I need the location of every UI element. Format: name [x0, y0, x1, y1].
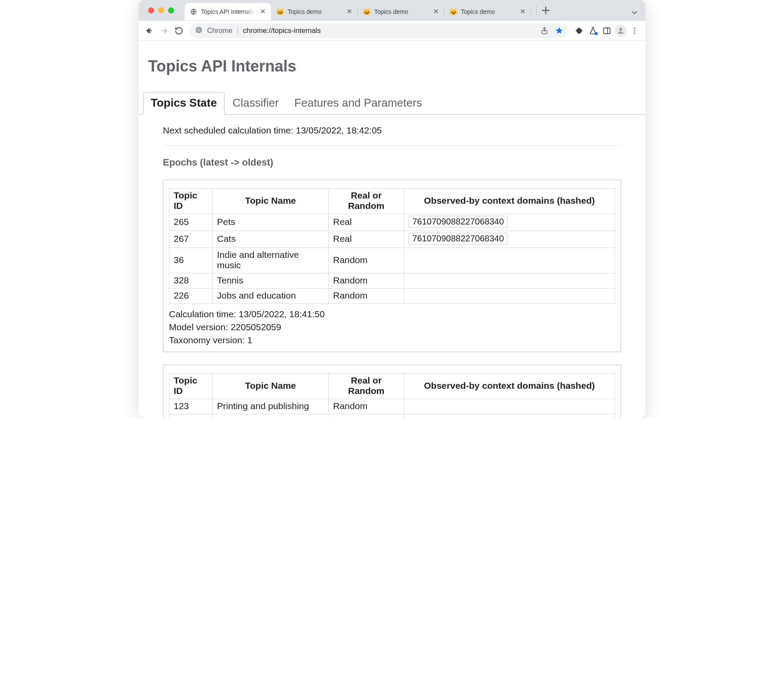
profile-button[interactable] [614, 24, 627, 37]
cell-name: Indie and alternative music [213, 248, 329, 273]
cell-hash [404, 289, 615, 304]
col-topic-id: Topic ID [169, 374, 213, 399]
table-header-row: Topic ID Topic Name Real or Random Obser… [169, 374, 615, 399]
svg-point-3 [198, 29, 200, 31]
col-observed-by: Observed-by context domains (hashed) [404, 374, 615, 399]
col-topic-name: Topic Name [213, 374, 329, 399]
cell-id: 123 [169, 399, 213, 414]
globe-icon [190, 8, 198, 16]
toolbar-right [573, 24, 641, 37]
tab-strip-actions [532, 4, 552, 17]
tab-close-button[interactable]: ✕ [346, 8, 353, 15]
extensions-button[interactable] [573, 24, 586, 37]
epoch-meta: Model version: 2205052059 [169, 322, 615, 332]
toolbar: Chrome | chrome://topics-internals [139, 21, 645, 41]
labs-button[interactable] [586, 24, 599, 37]
cell-id: 267 [169, 231, 213, 248]
cell-rr: Random [329, 273, 404, 289]
window-close-button[interactable] [148, 7, 154, 13]
window-minimize-button[interactable] [158, 7, 164, 13]
new-tab-button[interactable] [539, 4, 552, 17]
cell-name: Fibre and textile arts [213, 414, 329, 418]
model-version-value: 2205052059 [230, 322, 281, 332]
tab-topics-state[interactable]: Topics State [143, 92, 225, 115]
page-title: Topics API Internals [148, 57, 636, 75]
col-observed-by: Observed-by context domains (hashed) [404, 189, 615, 214]
model-version-label: Model version: [169, 322, 228, 332]
svg-rect-5 [604, 28, 610, 33]
epochs-heading: Epochs (latest -> oldest) [163, 157, 621, 168]
col-topic-name: Topic Name [213, 189, 329, 214]
col-real-or-random: Real or Random [329, 374, 404, 399]
epoch-box: Topic ID Topic Name Real or Random Obser… [163, 364, 621, 418]
back-button[interactable] [143, 24, 156, 37]
forward-button[interactable] [158, 24, 171, 37]
window-maximize-button[interactable] [168, 7, 174, 13]
browser-tab[interactable]: Topics API Internals ✕ [185, 3, 271, 20]
cell-id: 36 [169, 248, 213, 273]
col-real-or-random: Real or Random [329, 189, 404, 214]
cell-id: 265 [169, 214, 213, 231]
cell-id: 328 [169, 273, 213, 289]
table-header-row: Topic ID Topic Name Real or Random Obser… [169, 189, 615, 214]
svg-point-8 [634, 30, 635, 31]
side-panel-button[interactable] [600, 24, 613, 37]
hash-chip: 7610709088227068340 [408, 233, 508, 245]
cell-hash [404, 414, 615, 418]
cell-rr: Real [329, 231, 404, 248]
svg-point-9 [634, 33, 635, 34]
table-row: 265 Pets Real 7610709088227068340 [169, 214, 615, 231]
tab-title: Topics API Internals [201, 8, 256, 15]
avatar [615, 25, 627, 37]
share-button[interactable] [538, 24, 551, 37]
next-calculation-time: Next scheduled calculation time: 13/05/2… [163, 125, 621, 136]
address-bar[interactable]: Chrome | chrome://topics-internals [190, 23, 568, 38]
browser-tab[interactable]: 🐱 Topics demo ✕ [444, 3, 531, 20]
tab-close-button[interactable]: ✕ [432, 8, 439, 15]
taxonomy-version-value: 1 [247, 335, 253, 345]
col-topic-id: Topic ID [169, 189, 213, 214]
cell-hash: 7610709088227068340 [404, 231, 615, 248]
tab-classifier[interactable]: Classifier [225, 92, 287, 115]
page-content: Topics API Internals Topics State Classi… [139, 41, 645, 418]
address-url: chrome://topics-internals [243, 26, 321, 35]
epoch-meta: Calculation time: 13/05/2022, 18:41:50 [169, 309, 615, 319]
epoch-table: Topic ID Topic Name Real or Random Obser… [169, 188, 615, 304]
browser-tab[interactable]: 🐱 Topics demo ✕ [358, 3, 444, 20]
cell-id: 200 [169, 414, 213, 418]
tab-close-button[interactable]: ✕ [259, 8, 266, 15]
svg-point-7 [634, 27, 635, 29]
tab-strip: Topics API Internals ✕ 🐱 Topics demo ✕ 🐱… [139, 0, 645, 21]
tab-features-and-parameters[interactable]: Features and Parameters [287, 92, 430, 115]
kebab-menu-button[interactable] [628, 24, 641, 37]
cell-hash [404, 399, 615, 414]
next-calc-label: Next scheduled calculation time: [163, 125, 293, 135]
epoch-meta: Taxonomy version: 1 [169, 335, 615, 345]
browser-window: Topics API Internals ✕ 🐱 Topics demo ✕ 🐱… [139, 0, 645, 418]
reload-button[interactable] [172, 24, 185, 37]
cell-name: Printing and publishing [213, 399, 329, 414]
cell-rr: Random [329, 248, 404, 273]
tab-close-button[interactable]: ✕ [519, 8, 526, 15]
browser-tab[interactable]: 🐱 Topics demo ✕ [271, 3, 358, 20]
table-row: 123 Printing and publishing Random [169, 399, 615, 414]
table-row: 36 Indie and alternative music Random [169, 248, 615, 273]
tab-list-dropdown[interactable] [628, 6, 641, 19]
cat-icon: 🐱 [363, 8, 371, 16]
cell-rr: Random [329, 399, 404, 414]
calc-time-value: 13/05/2022, 18:41:50 [239, 309, 325, 319]
hash-chip: 7610709088227068340 [408, 216, 508, 228]
calc-time-label: Calculation time: [169, 309, 236, 319]
cell-hash [404, 248, 615, 273]
epoch-table: Topic ID Topic Name Real or Random Obser… [169, 373, 615, 418]
cell-rr: Random [329, 289, 404, 304]
svg-point-6 [619, 28, 622, 31]
separator [536, 6, 537, 15]
tab-title: Topics demo [288, 8, 342, 15]
divider [163, 145, 621, 146]
cell-name: Pets [213, 214, 329, 231]
tab-title: Topics demo [374, 8, 429, 15]
table-row: 226 Jobs and education Random [169, 289, 615, 304]
cell-name: Tennis [213, 273, 329, 289]
bookmark-star-button[interactable] [553, 24, 566, 37]
